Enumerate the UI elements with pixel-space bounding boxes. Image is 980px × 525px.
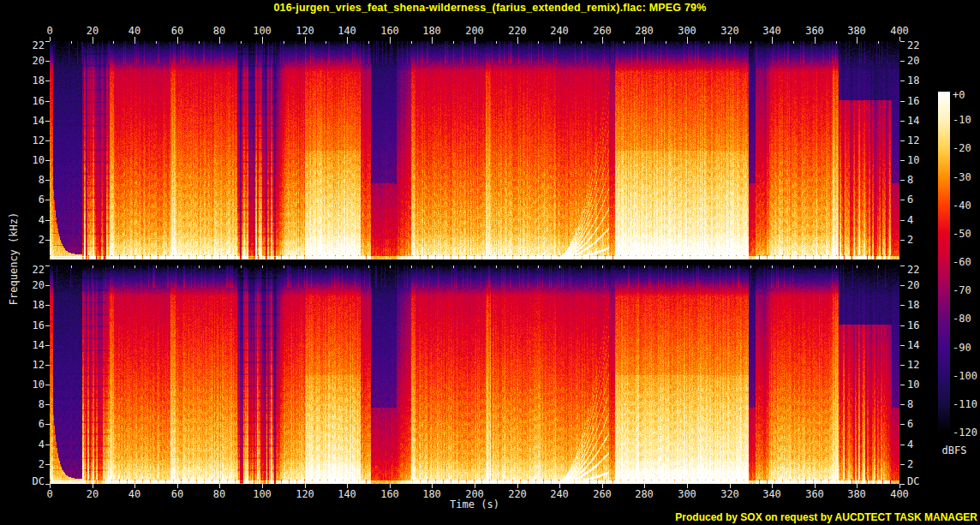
y-axis-tick bbox=[900, 160, 905, 161]
y-tick-label: 18 bbox=[33, 75, 45, 86]
y-tick-label: 12 bbox=[33, 360, 45, 370]
y-axis-tick bbox=[900, 285, 905, 286]
y-axis-tick bbox=[900, 200, 905, 200]
x-tick-label: 80 bbox=[213, 26, 225, 36]
x-axis-tick bbox=[815, 37, 816, 41]
colorbar-tick-label: -10 bbox=[953, 115, 971, 125]
x-tick-label: 0 bbox=[46, 26, 52, 36]
y-axis-tick bbox=[900, 345, 905, 346]
y-axis-tick bbox=[45, 404, 50, 405]
y-tick-label: 12 bbox=[907, 135, 919, 146]
page-title: 016-jurgen_vries_feat_shena-wilderness_(… bbox=[0, 2, 980, 14]
y-tick-label: DC bbox=[33, 476, 45, 486]
y-tick-label: 6 bbox=[907, 194, 913, 205]
x-tick-label: 140 bbox=[338, 26, 356, 36]
y-tick-label: 18 bbox=[907, 75, 919, 86]
x-axis-tick bbox=[559, 37, 560, 41]
y-axis-tick bbox=[45, 345, 50, 346]
y-axis-tick bbox=[45, 265, 50, 266]
x-tick-label: 300 bbox=[678, 26, 696, 36]
colorbar-tick-label: -60 bbox=[953, 257, 971, 267]
y-axis-tick bbox=[45, 325, 50, 326]
y-axis-tick bbox=[45, 200, 50, 200]
y-axis-tick bbox=[45, 365, 50, 366]
y-axis-tick bbox=[900, 385, 905, 385]
spectrogram-channel-left bbox=[50, 41, 899, 260]
y-tick-label: 20 bbox=[33, 56, 45, 66]
x-tick-label: 400 bbox=[890, 489, 909, 499]
y-tick-label: 16 bbox=[907, 320, 919, 331]
y-tick-label: 22 bbox=[33, 265, 45, 275]
x-tick-label: 180 bbox=[422, 489, 441, 499]
y-tick-label: 22 bbox=[907, 40, 919, 51]
y-axis-tick bbox=[45, 240, 50, 241]
y-tick-label: 2 bbox=[39, 235, 45, 245]
y-axis-tick bbox=[900, 41, 905, 42]
x-tick-label: 100 bbox=[253, 489, 272, 499]
x-tick-label: 260 bbox=[593, 26, 612, 36]
x-axis-tick bbox=[772, 37, 773, 41]
x-tick-label: 100 bbox=[253, 26, 272, 36]
x-tick-label: 180 bbox=[422, 26, 441, 36]
y-tick-label: 10 bbox=[907, 379, 919, 390]
y-axis-tick bbox=[45, 180, 50, 181]
y-axis-tick bbox=[45, 285, 50, 286]
y-tick-label: 2 bbox=[39, 459, 45, 469]
x-tick-label: 160 bbox=[380, 489, 399, 499]
colorbar-tick-label: -70 bbox=[953, 285, 971, 295]
x-axis-tick bbox=[262, 37, 263, 41]
x-tick-label: 240 bbox=[550, 489, 569, 499]
y-axis-tick bbox=[45, 220, 50, 221]
x-tick-label: 20 bbox=[87, 489, 99, 499]
x-tick-label: 340 bbox=[762, 26, 781, 36]
x-tick-label: 0 bbox=[46, 489, 52, 499]
y-axis-tick bbox=[900, 404, 905, 405]
x-tick-label: 160 bbox=[380, 26, 399, 36]
x-tick-label: 200 bbox=[465, 26, 484, 36]
y-tick-label: 12 bbox=[907, 360, 919, 370]
x-tick-label: 60 bbox=[171, 26, 183, 36]
x-tick-label: 340 bbox=[762, 489, 781, 499]
y-axis-tick bbox=[900, 265, 905, 266]
y-axis-tick bbox=[45, 444, 50, 445]
y-axis-tick bbox=[45, 81, 50, 81]
y-tick-label: 20 bbox=[907, 56, 919, 66]
y-axis-tick bbox=[900, 81, 905, 81]
x-tick-label: 320 bbox=[720, 489, 739, 499]
y-tick-label: 4 bbox=[39, 439, 45, 450]
x-tick-label: 220 bbox=[508, 489, 527, 499]
y-axis-tick bbox=[900, 484, 905, 485]
x-axis-tick bbox=[857, 37, 858, 41]
y-tick-label: 18 bbox=[907, 300, 919, 310]
y-tick-label: 4 bbox=[39, 215, 45, 225]
y-tick-label: 2 bbox=[907, 459, 913, 469]
y-axis-tick bbox=[45, 464, 50, 465]
y-axis-tick bbox=[45, 385, 50, 385]
y-tick-label: DC bbox=[907, 476, 919, 486]
x-tick-label: 400 bbox=[890, 26, 909, 36]
y-tick-label: 14 bbox=[907, 116, 919, 126]
x-axis-tick bbox=[219, 37, 220, 41]
y-axis-tick bbox=[900, 140, 905, 141]
spectrogram-channel-right bbox=[50, 265, 899, 484]
y-axis-tick bbox=[900, 305, 905, 306]
x-axis-tick bbox=[602, 37, 603, 41]
y-tick-label: 10 bbox=[33, 379, 45, 390]
y-tick-label: 22 bbox=[33, 40, 45, 51]
x-axis-tick bbox=[517, 37, 518, 41]
y-tick-label: 12 bbox=[33, 135, 45, 146]
x-tick-label: 380 bbox=[847, 26, 866, 36]
y-axis-tick bbox=[900, 424, 905, 425]
x-tick-label: 40 bbox=[128, 489, 140, 499]
y-axis-tick bbox=[900, 444, 905, 445]
y-axis-tick bbox=[45, 61, 50, 62]
y-tick-label: 8 bbox=[907, 175, 913, 185]
y-axis-tick bbox=[45, 484, 50, 485]
x-tick-label: 280 bbox=[635, 489, 654, 499]
y-axis-tick bbox=[45, 101, 50, 102]
x-axis-tick bbox=[687, 37, 688, 41]
x-axis-tick bbox=[305, 37, 306, 41]
y-tick-label: 8 bbox=[39, 175, 45, 185]
y-tick-label: 18 bbox=[33, 300, 45, 310]
x-tick-label: 40 bbox=[128, 26, 140, 36]
